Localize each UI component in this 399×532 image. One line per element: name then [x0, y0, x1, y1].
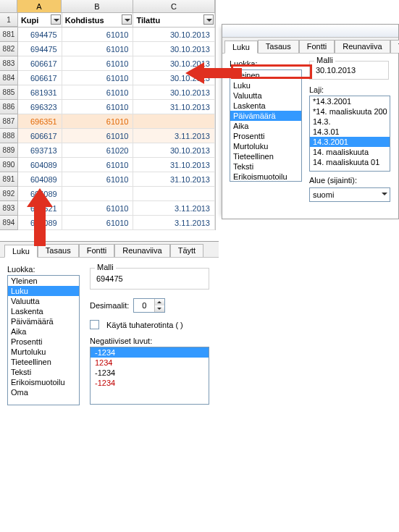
- tab-reunaviiva[interactable]: Reunaviiva: [335, 40, 390, 53]
- filter-dropdown-icon[interactable]: [203, 14, 214, 25]
- cell[interactable]: 31.10.2013: [133, 100, 215, 114]
- cell[interactable]: 61010: [62, 71, 134, 85]
- category-listbox[interactable]: YleinenLukuValuuttaLaskentaPäivämääräAik…: [7, 275, 80, 405]
- row-header[interactable]: 885: [0, 85, 18, 100]
- list-item[interactable]: Prosentti: [8, 337, 79, 347]
- cell[interactable]: 606617: [18, 56, 62, 71]
- cell[interactable]: 61010: [62, 201, 134, 216]
- tab-tasaus[interactable]: Tasaus: [258, 40, 299, 53]
- list-item[interactable]: Laskenta: [230, 101, 301, 111]
- cell[interactable]: 3.11.2013: [133, 129, 215, 143]
- cell[interactable]: 604089: [18, 158, 62, 172]
- list-item[interactable]: *14. maaliskuuta 200: [310, 106, 390, 117]
- list-item[interactable]: Laskenta: [8, 306, 79, 316]
- cell[interactable]: 30.10.2013: [133, 28, 215, 42]
- cell[interactable]: [133, 187, 215, 201]
- col-header-c[interactable]: C: [133, 0, 215, 12]
- row-header[interactable]: 891: [0, 172, 18, 187]
- row-header[interactable]: 888: [0, 129, 18, 143]
- list-item[interactable]: Erikoismuotoilu: [230, 172, 301, 182]
- row-header[interactable]: 889: [0, 143, 18, 158]
- list-item[interactable]: Oma: [8, 387, 79, 397]
- row-header[interactable]: 890: [0, 158, 18, 172]
- cell[interactable]: [133, 114, 215, 129]
- list-item[interactable]: -1234: [91, 378, 209, 388]
- cell[interactable]: 693713: [18, 143, 62, 158]
- list-item[interactable]: 1234: [91, 358, 209, 368]
- list-item[interactable]: Prosentti: [230, 131, 301, 141]
- list-item[interactable]: Päivämäärä: [230, 111, 301, 121]
- list-item[interactable]: Erikoismuotoilu: [8, 377, 79, 387]
- list-item[interactable]: Päivämäärä: [8, 316, 79, 326]
- cell[interactable]: [62, 187, 134, 201]
- tab-fontti[interactable]: Fontti: [299, 40, 335, 53]
- list-item[interactable]: 14. maaliskuuta 01: [310, 157, 390, 167]
- cell[interactable]: 31.10.2013: [133, 172, 215, 187]
- row-header[interactable]: 887: [0, 114, 18, 129]
- tab-täytt[interactable]: Täytt: [170, 244, 203, 257]
- cell[interactable]: 30.10.2013: [133, 42, 215, 56]
- row-header[interactable]: 893: [0, 201, 18, 216]
- cell[interactable]: 61010: [62, 216, 134, 230]
- cell[interactable]: 61010: [62, 172, 134, 187]
- filter-dropdown-icon[interactable]: [122, 14, 132, 25]
- list-item[interactable]: Teksti: [230, 161, 301, 172]
- cell[interactable]: 61010: [62, 100, 134, 114]
- row-header[interactable]: 886: [0, 100, 18, 114]
- cell[interactable]: 606617: [18, 71, 62, 85]
- cell[interactable]: 61020: [62, 143, 134, 158]
- list-item[interactable]: Valuutta: [230, 90, 301, 101]
- category-listbox[interactable]: YleinenLukuValuuttaLaskentaPäivämääräAik…: [230, 69, 302, 182]
- list-item[interactable]: Luku: [8, 286, 79, 296]
- cell[interactable]: 694475: [18, 42, 62, 56]
- cell[interactable]: 61010: [62, 129, 134, 143]
- list-item[interactable]: -1234: [91, 347, 209, 358]
- cell[interactable]: 30.10.2013: [133, 85, 215, 100]
- cell[interactable]: 604089: [18, 172, 62, 187]
- cell[interactable]: 61010: [62, 56, 134, 71]
- spinner-down-icon[interactable]: [154, 305, 164, 312]
- col-header-b[interactable]: B: [62, 0, 133, 12]
- dialog-titlebar[interactable]: [222, 25, 398, 38]
- list-item[interactable]: Tieteellinen: [8, 357, 79, 367]
- row-header[interactable]: 881: [0, 28, 18, 42]
- filter-dropdown-icon[interactable]: [51, 14, 61, 25]
- type-listbox[interactable]: *14.3.2001*14. maaliskuuta 20014.3.14.3.…: [309, 96, 390, 172]
- cell[interactable]: 61010: [62, 42, 134, 56]
- list-item[interactable]: Aika: [230, 121, 301, 131]
- cell[interactable]: 61010: [62, 114, 134, 129]
- list-item[interactable]: Murtoluku: [230, 141, 301, 151]
- list-item[interactable]: Valuutta: [8, 296, 79, 306]
- cell[interactable]: 606617: [18, 129, 62, 143]
- col-header-a[interactable]: A: [17, 0, 62, 12]
- tab-luku[interactable]: Luku: [4, 245, 38, 258]
- list-item[interactable]: 14. maaliskuuta: [310, 147, 390, 157]
- list-item[interactable]: *14.3.2001: [310, 96, 390, 106]
- cell[interactable]: 61010: [62, 28, 134, 42]
- cell[interactable]: 30.10.2013: [133, 143, 215, 158]
- cell[interactable]: 3.11.2013: [133, 216, 215, 230]
- list-item[interactable]: Aika: [8, 326, 79, 337]
- row-header[interactable]: 882: [0, 42, 18, 56]
- list-item[interactable]: 14.3.01: [310, 127, 390, 137]
- cell[interactable]: 696323: [18, 100, 62, 114]
- list-item[interactable]: 14.3.2001: [310, 137, 390, 147]
- list-item[interactable]: Tieteellinen: [230, 151, 301, 161]
- cell[interactable]: 694475: [18, 28, 62, 42]
- cell[interactable]: 681931: [18, 85, 62, 100]
- row-header[interactable]: 894: [0, 216, 18, 230]
- cell[interactable]: 61010: [62, 158, 134, 172]
- decimals-spinner[interactable]: 0: [133, 298, 165, 313]
- row-header[interactable]: 884: [0, 71, 18, 85]
- thousands-checkbox[interactable]: [90, 320, 99, 329]
- tab-luku[interactable]: Luku: [224, 41, 258, 54]
- locale-combo[interactable]: suomi: [309, 187, 390, 202]
- cell[interactable]: 61010: [62, 85, 134, 100]
- negatives-listbox[interactable]: -12341234-1234-1234: [90, 347, 209, 405]
- cell[interactable]: 696351: [18, 114, 62, 129]
- row-header-1[interactable]: 1: [0, 13, 18, 27]
- cell[interactable]: 31.10.2013: [133, 158, 215, 172]
- list-item[interactable]: Teksti: [8, 367, 79, 377]
- tab-t[interactable]: T: [390, 40, 399, 53]
- corner-cell[interactable]: [0, 0, 17, 12]
